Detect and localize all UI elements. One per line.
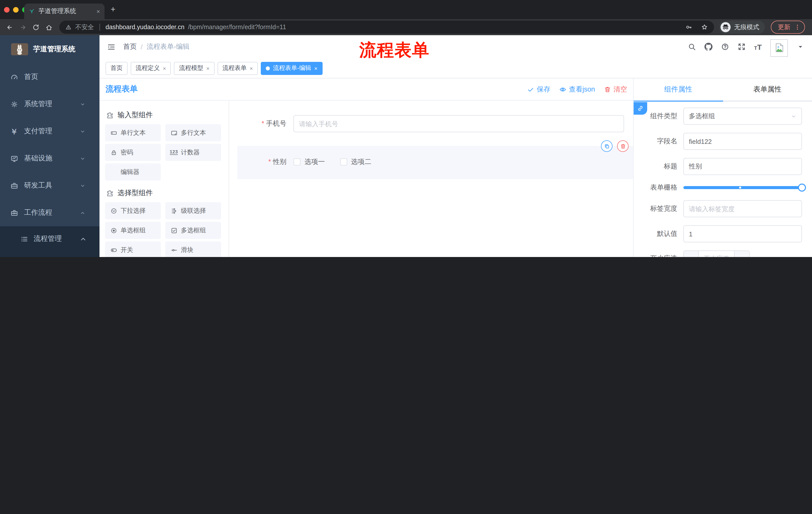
- component-chip-list: 下拉选择 级联选择 单选框组 多选框组 开关 滑块 时间选择 时间范围 日期选择…: [105, 202, 222, 257]
- search-icon[interactable]: [688, 43, 696, 51]
- fullscreen-icon[interactable]: [737, 43, 746, 51]
- minimize-window-button[interactable]: [13, 7, 19, 12]
- tab-form-props[interactable]: 表单属性: [723, 78, 812, 102]
- top-navbar: 首页 / 流程表单-编辑 TT: [99, 35, 812, 58]
- back-button[interactable]: [4, 22, 15, 33]
- chevron-down-icon: [78, 156, 86, 161]
- designer-title: 流程表单: [106, 84, 138, 94]
- browser-menu-icon[interactable]: [794, 24, 801, 31]
- sidebar-item-payment[interactable]: ￥ 支付管理: [0, 118, 99, 145]
- label-width-input[interactable]: [684, 200, 802, 217]
- form-canvas[interactable]: 手机号 性别 选项一: [229, 101, 633, 257]
- grid-slider[interactable]: [684, 184, 802, 191]
- puzzle-icon: [106, 189, 114, 197]
- chip-counter[interactable]: 123计数器: [165, 144, 221, 161]
- reload-button[interactable]: [30, 22, 41, 33]
- chip-password[interactable]: 密码: [105, 144, 161, 161]
- tag-home[interactable]: 首页: [106, 62, 127, 75]
- avatar-caret-icon[interactable]: [796, 43, 805, 51]
- prop-label: 默认值: [634, 229, 684, 238]
- tag-label: 流程定义: [136, 64, 160, 73]
- chip-switch[interactable]: 开关: [105, 241, 161, 257]
- tag-close-icon[interactable]: ×: [163, 65, 166, 71]
- checkbox-box: [293, 158, 300, 165]
- sidebar-item-system[interactable]: 系统管理: [0, 90, 99, 118]
- tab-component-props[interactable]: 组件属性: [634, 78, 723, 102]
- help-icon[interactable]: [721, 43, 729, 51]
- tab-close-icon[interactable]: ×: [96, 8, 100, 15]
- title-input[interactable]: [684, 158, 802, 175]
- tag-close-icon[interactable]: ×: [206, 65, 209, 71]
- browser-tab[interactable]: 芋道管理系统 ×: [24, 3, 105, 19]
- new-tab-button[interactable]: +: [108, 4, 119, 15]
- increase-button[interactable]: +: [734, 251, 749, 257]
- sidebar-item-label: 工作流程: [24, 208, 78, 217]
- breadcrumb-home[interactable]: 首页: [123, 42, 137, 51]
- view-json-button[interactable]: 查看json: [559, 85, 595, 94]
- workspace: 流程表单 保存 查看json 清空 输入型组件: [99, 78, 812, 257]
- min-select-input[interactable]: [699, 251, 734, 257]
- password-manager-icon[interactable]: [685, 24, 692, 31]
- clear-label: 清空: [613, 85, 627, 94]
- gender-option-1-checkbox[interactable]: 选项一: [293, 157, 325, 166]
- save-button[interactable]: 保存: [527, 85, 550, 94]
- tag-close-icon[interactable]: ×: [314, 65, 318, 71]
- annotation-overlay: 流程表单: [352, 39, 437, 62]
- input-icon: [110, 130, 117, 136]
- sidebar-item-label: 系统管理: [24, 100, 78, 109]
- forward-button[interactable]: [17, 22, 28, 33]
- chip-cascader[interactable]: 级联选择: [165, 202, 221, 219]
- app-logo-row[interactable]: 芋道管理系统: [0, 35, 99, 63]
- phone-field-input[interactable]: [293, 115, 624, 132]
- clear-button[interactable]: 清空: [604, 85, 627, 94]
- slider-handle[interactable]: [798, 184, 806, 192]
- delete-component-button[interactable]: [617, 140, 629, 152]
- address-bar[interactable]: 不安全 dashboard.yudao.iocoder.cn /bpm/mana…: [59, 21, 714, 34]
- avatar[interactable]: [770, 39, 788, 57]
- lock-icon: [110, 149, 117, 156]
- decrease-button[interactable]: −: [684, 251, 699, 257]
- tag-process-form-edit[interactable]: 流程表单-编辑×: [261, 62, 323, 75]
- chip-label: 开关: [121, 246, 133, 254]
- sidebar-item-infra[interactable]: 基础设施: [0, 145, 99, 172]
- sidebar-item-process-mgmt[interactable]: 流程管理: [0, 226, 99, 251]
- chip-slider[interactable]: 滑块: [165, 241, 221, 257]
- chip-checkbox-group[interactable]: 多选框组: [165, 222, 221, 239]
- sidebar-item-home[interactable]: 首页: [0, 63, 99, 90]
- tag-process-definition[interactable]: 流程定义×: [130, 62, 171, 75]
- default-value-input[interactable]: [684, 225, 802, 242]
- section-title: 选择型组件: [118, 189, 153, 198]
- phone-field-row[interactable]: 手机号: [237, 115, 624, 132]
- save-label: 保存: [536, 85, 550, 94]
- chip-editor[interactable]: 编辑器: [105, 163, 161, 181]
- sidebar-item-process-form[interactable]: 流程表单: [0, 251, 99, 257]
- chip-radio-group[interactable]: 单选框组: [105, 222, 161, 239]
- bookmark-icon[interactable]: [701, 24, 708, 31]
- tag-process-form[interactable]: 流程表单×: [218, 62, 258, 75]
- github-icon[interactable]: [704, 43, 712, 51]
- tag-close-icon[interactable]: ×: [250, 65, 253, 71]
- browser-update-button[interactable]: 更新: [771, 21, 805, 34]
- sidebar-item-label: 流程管理: [34, 234, 79, 243]
- selected-component-block[interactable]: 性别 选项一 选项二: [237, 146, 633, 179]
- prop-label: 字段名: [634, 137, 684, 146]
- sidebar-item-workflow[interactable]: 工作流程: [0, 199, 99, 226]
- component-type-select[interactable]: 多选框组: [684, 108, 802, 125]
- app-frame: 芋道管理系统 首页 系统管理 ￥ 支付管理 基础设施: [0, 35, 812, 257]
- chip-multi-text[interactable]: 多行文本: [165, 124, 221, 141]
- chip-single-text[interactable]: 单行文本: [105, 124, 161, 141]
- chevron-down-icon: [78, 129, 86, 134]
- sidebar-item-devtools[interactable]: 研发工具: [0, 172, 99, 199]
- tag-process-model[interactable]: 流程模型×: [174, 62, 214, 75]
- link-affix-tag[interactable]: [634, 102, 647, 115]
- gender-option-2-checkbox[interactable]: 选项二: [340, 157, 371, 166]
- sidebar-fold-icon[interactable]: [107, 43, 116, 51]
- field-name-input[interactable]: [684, 133, 802, 150]
- chip-select[interactable]: 下拉选择: [105, 202, 161, 219]
- section-select-components: 选择型组件: [106, 189, 229, 198]
- copy-component-button[interactable]: [601, 140, 612, 152]
- font-size-icon[interactable]: TT: [754, 43, 762, 51]
- home-button[interactable]: [43, 22, 54, 33]
- checkbox-icon: [170, 227, 177, 234]
- close-window-button[interactable]: [4, 7, 9, 12]
